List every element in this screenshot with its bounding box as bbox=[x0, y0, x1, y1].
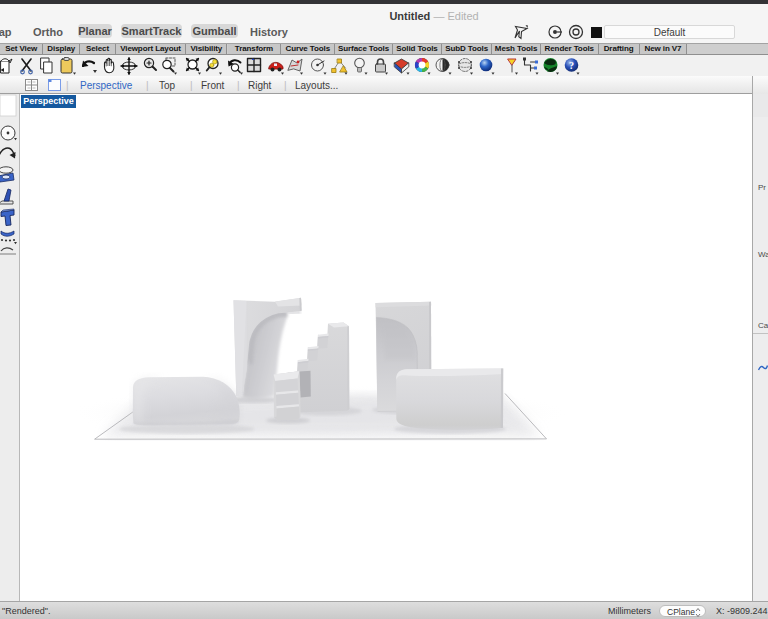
svg-text:?: ? bbox=[569, 60, 574, 71]
